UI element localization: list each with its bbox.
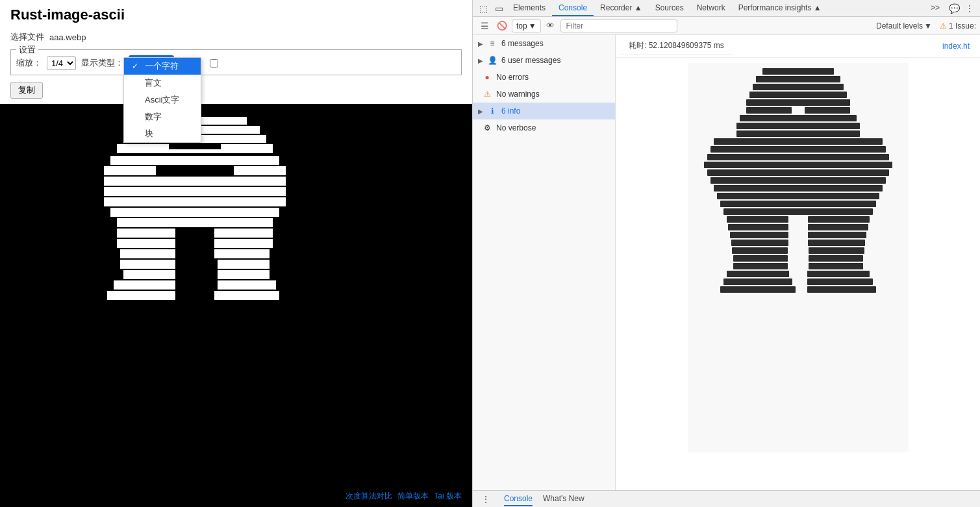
svg-rect-36 (805, 107, 850, 114)
svg-rect-48 (837, 154, 889, 160)
dropdown-menu: ✓ 一个字符 盲文 Ascii文字 数字 块 (123, 57, 201, 143)
info-icon: ℹ (487, 106, 497, 116)
svg-rect-58 (727, 216, 788, 223)
svg-rect-9 (234, 166, 286, 175)
svg-rect-32 (753, 84, 844, 90)
errors-icon: ● (482, 72, 492, 82)
copy-button[interactable]: 复制 (10, 82, 43, 99)
svg-rect-70 (733, 263, 788, 269)
bottom-menu-icon[interactable]: ⋮ (478, 491, 494, 507)
svg-rect-59 (808, 216, 870, 223)
file-name: aaa.webp (49, 32, 86, 42)
bottom-link-row: 次度算法对比 简单版本 Tai 版本 (346, 491, 462, 502)
right-art-svg (688, 63, 909, 452)
bottom-tab-whats-new[interactable]: What's New (543, 492, 584, 506)
dropdown-item-2[interactable]: Ascii文字 (124, 92, 201, 108)
dropdown-item-1[interactable]: 盲文 (124, 75, 201, 92)
filter-warnings[interactable]: ⚠ No warnings (473, 86, 615, 103)
check-icon: ✓ (132, 62, 141, 71)
svg-rect-37 (740, 115, 857, 121)
console-sidebar: ▶ ≡ 6 messages ▶ 👤 6 user messages ● No … (473, 35, 616, 490)
default-levels-btn[interactable]: Default levels ▼ (876, 21, 932, 31)
filter-messages[interactable]: ▶ ≡ 6 messages (473, 35, 615, 52)
svg-rect-18 (214, 239, 273, 248)
settings-box: 设置 缩放： 1/4 1/2 1/1 2/1 显示类型： 一个字符 反相： (10, 49, 462, 75)
link-1[interactable]: 次度算法对比 (346, 491, 392, 502)
settings-legend: 设置 (16, 44, 38, 56)
right-art (688, 63, 909, 452)
settings-icon[interactable]: ⋮ (962, 1, 977, 16)
timing-label: 耗时: 52.120849609375 ms (621, 38, 732, 55)
timing-row: 耗时: 52.120849609375 ms index.ht (616, 35, 980, 58)
filter-user-messages[interactable]: ▶ 👤 6 user messages (473, 52, 615, 69)
inspect-icon[interactable]: ⬚ (475, 1, 491, 16)
display-type-label: 显示类型： (81, 57, 123, 69)
clear-icon[interactable]: 🚫 (495, 19, 509, 33)
link-3[interactable]: Tai 版本 (434, 491, 462, 502)
dropdown-item-3[interactable]: 数字 (124, 108, 201, 125)
svg-rect-62 (730, 232, 788, 238)
bottom-tab-console[interactable]: Console (504, 492, 533, 506)
tab-network[interactable]: Network (690, 1, 732, 16)
file-ref-1[interactable]: index.ht (937, 40, 975, 52)
svg-rect-15 (117, 229, 175, 238)
svg-rect-72 (727, 271, 789, 277)
invert-checkbox[interactable] (210, 59, 218, 68)
svg-rect-31 (756, 76, 840, 82)
filter-errors[interactable]: ● No errors (473, 69, 615, 86)
expand-arrow-4: ▶ (478, 108, 483, 115)
eye-icon[interactable]: 👁 (544, 19, 558, 33)
tab-sources[interactable]: Sources (649, 1, 690, 16)
svg-rect-10 (104, 177, 286, 186)
scale-label: 缩放： (16, 57, 42, 69)
svg-rect-69 (809, 255, 863, 262)
svg-rect-19 (120, 249, 175, 258)
devtools-panel: ⬚ ▭ Elements Console Recorder ▲ Sources … (472, 0, 980, 507)
tab-console[interactable]: Console (552, 1, 594, 16)
svg-rect-52 (707, 169, 889, 176)
sidebar-toggle-icon[interactable]: ☰ (477, 18, 492, 34)
svg-rect-21 (120, 260, 175, 269)
svg-rect-60 (728, 224, 788, 230)
user-messages-icon: 👤 (487, 55, 497, 66)
dropdown-item-4[interactable]: 块 (124, 125, 201, 142)
dropdown-item-0[interactable]: ✓ 一个字符 (124, 58, 201, 75)
svg-rect-53 (710, 177, 886, 184)
filter-verbose[interactable]: ⚙ No verbose (473, 119, 615, 136)
tab-performance-insights[interactable]: Performance insights ▲ (732, 1, 828, 16)
svg-rect-27 (107, 291, 175, 300)
svg-rect-38 (736, 123, 860, 129)
tab-elements[interactable]: Elements (507, 1, 552, 16)
filter-input[interactable] (560, 19, 677, 32)
top-dropdown[interactable]: top ▼ (512, 19, 541, 32)
link-2[interactable]: 简单版本 (397, 491, 429, 502)
feedback-icon[interactable]: 💬 (946, 1, 962, 16)
svg-rect-54 (714, 185, 883, 192)
messages-icon: ≡ (487, 38, 497, 49)
svg-rect-61 (808, 224, 868, 230)
svg-rect-67 (809, 247, 864, 254)
filter-info[interactable]: ▶ ℹ 6 info (473, 103, 615, 119)
svg-rect-51 (834, 162, 892, 168)
console-content: ▶ ≡ 6 messages ▶ 👤 6 user messages ● No … (473, 35, 980, 490)
svg-rect-39 (736, 130, 860, 137)
tab-recorder[interactable]: Recorder ▲ (594, 1, 649, 16)
svg-rect-20 (214, 249, 270, 258)
svg-rect-5 (169, 144, 221, 149)
scale-select[interactable]: 1/4 1/2 1/1 2/1 (47, 56, 76, 70)
svg-rect-23 (123, 270, 175, 279)
device-icon[interactable]: ▭ (491, 1, 507, 16)
svg-rect-71 (809, 263, 863, 269)
tab-more[interactable]: >> (924, 1, 946, 16)
svg-rect-64 (731, 240, 788, 246)
svg-rect-41 (736, 138, 860, 145)
issues-badge[interactable]: ⚠ 1 Issue: (940, 21, 976, 31)
svg-rect-13 (110, 208, 279, 217)
svg-rect-76 (720, 286, 796, 293)
top-arrow: ▼ (529, 21, 536, 31)
svg-rect-14 (117, 218, 273, 227)
svg-rect-75 (807, 278, 873, 285)
expand-arrow-0: ▶ (478, 40, 483, 47)
svg-rect-28 (214, 291, 279, 300)
svg-rect-57 (723, 208, 873, 215)
